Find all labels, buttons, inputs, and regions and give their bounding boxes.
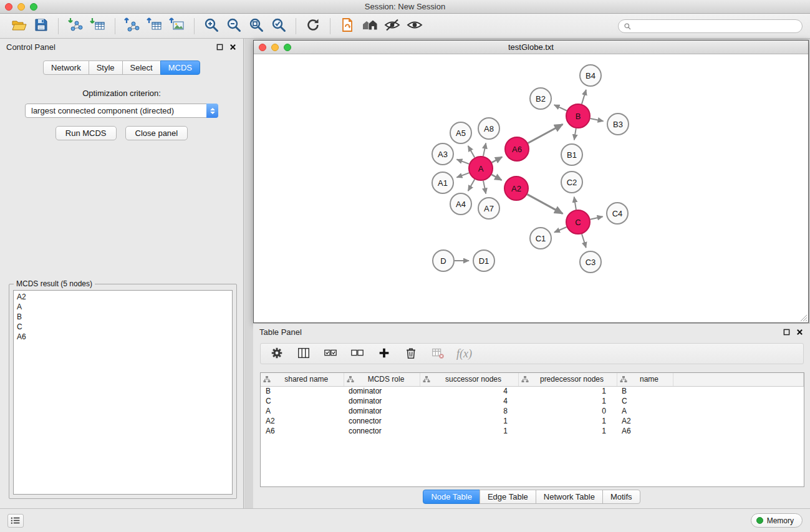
cell[interactable]: dominator xyxy=(344,386,420,396)
open-file-button[interactable] xyxy=(7,16,30,36)
show-columns-button[interactable] xyxy=(296,346,312,362)
node-C1[interactable]: C1 xyxy=(530,228,551,249)
export-table-button[interactable] xyxy=(143,16,166,36)
table-row[interactable]: A6connector11A6 xyxy=(261,426,804,436)
hide-graphics-details-button[interactable] xyxy=(381,16,403,36)
cell[interactable]: 1 xyxy=(420,416,518,426)
save-session-button[interactable] xyxy=(30,16,52,36)
cell[interactable]: 1 xyxy=(518,426,617,436)
table-settings-button[interactable] xyxy=(269,346,285,362)
tab-motifs[interactable]: Motifs xyxy=(602,490,640,504)
node-A7[interactable]: A7 xyxy=(478,198,499,219)
network-minimize-button[interactable] xyxy=(271,44,279,51)
node-A5[interactable]: A5 xyxy=(450,122,471,143)
node-A1[interactable]: A1 xyxy=(432,172,453,193)
cell[interactable]: C xyxy=(617,396,673,406)
cell[interactable]: A2 xyxy=(617,416,673,426)
close-table-panel-button[interactable] xyxy=(795,327,804,336)
edge-B-B3[interactable] xyxy=(591,118,604,121)
mcds-result-item[interactable]: A6 xyxy=(14,332,232,342)
node-B4[interactable]: B4 xyxy=(580,65,601,86)
cell[interactable]: connector xyxy=(344,416,420,426)
cell[interactable]: B xyxy=(261,386,344,396)
zoom-selected-button[interactable] xyxy=(268,16,290,36)
home-view-button[interactable] xyxy=(359,16,381,36)
cell[interactable]: A2 xyxy=(261,416,344,426)
table-row[interactable]: Bdominator41B xyxy=(261,386,804,396)
column-header-MCDS-role[interactable]: MCDS role xyxy=(344,373,420,386)
add-row-button[interactable] xyxy=(376,346,392,362)
edge-A-A8[interactable] xyxy=(483,143,486,157)
cell[interactable]: A xyxy=(261,406,344,416)
mcds-result-item[interactable]: B xyxy=(14,312,232,322)
node-A3[interactable]: A3 xyxy=(432,143,453,165)
tab-style[interactable]: Style xyxy=(89,60,123,75)
column-header-successor-nodes[interactable]: successor nodes xyxy=(420,373,518,386)
table-row[interactable]: Adominator80A xyxy=(261,406,804,416)
float-table-panel-button[interactable] xyxy=(782,327,791,336)
memory-button[interactable]: Memory xyxy=(751,513,803,528)
cell[interactable]: dominator xyxy=(344,406,420,416)
close-control-panel-button[interactable] xyxy=(228,42,237,51)
cell[interactable]: 1 xyxy=(518,396,617,406)
zoom-window-button[interactable] xyxy=(30,3,37,11)
cell[interactable]: connector xyxy=(344,426,420,436)
select-all-rows-button[interactable] xyxy=(322,346,339,362)
node-A8[interactable]: A8 xyxy=(478,118,499,139)
cell[interactable]: A6 xyxy=(617,426,673,436)
zoom-out-button[interactable] xyxy=(223,16,245,36)
apply-function-button[interactable]: f(x) xyxy=(456,347,472,360)
edge-A2-C[interactable] xyxy=(528,195,563,214)
cell[interactable]: 4 xyxy=(420,396,518,406)
node-B1[interactable]: B1 xyxy=(561,144,582,165)
export-image-button[interactable] xyxy=(166,16,188,36)
cell[interactable]: A6 xyxy=(261,426,344,436)
cell[interactable]: C xyxy=(261,396,344,406)
node-A2[interactable]: A2 xyxy=(504,177,528,200)
zoom-in-button[interactable] xyxy=(200,16,223,36)
network-canvas[interactable]: B4B2BB3A5A8A6A3B1AA1C2A2A4A7C4CC1C3DD1 xyxy=(254,55,808,322)
tab-node-table[interactable]: Node Table xyxy=(423,490,480,504)
window-titlebar[interactable]: Session: New Session xyxy=(0,0,810,14)
edge-C-C4[interactable] xyxy=(591,216,603,220)
show-graphics-details-button[interactable] xyxy=(403,16,426,36)
delete-table-button[interactable] xyxy=(430,346,446,362)
node-A6[interactable]: A6 xyxy=(505,137,529,161)
float-panel-button[interactable] xyxy=(215,42,224,51)
cell[interactable]: 0 xyxy=(518,406,617,416)
node-B3[interactable]: B3 xyxy=(607,114,629,135)
optimization-criterion-select[interactable]: largest connected component (directed) xyxy=(25,104,218,118)
node-B[interactable]: B xyxy=(566,104,590,128)
close-window-button[interactable] xyxy=(5,3,12,11)
edge-C-C3[interactable] xyxy=(582,234,586,248)
import-network-button[interactable] xyxy=(64,16,87,36)
resize-grip-icon[interactable] xyxy=(799,313,808,322)
run-mcds-button[interactable]: Run MCDS xyxy=(55,126,117,140)
unselect-all-rows-button[interactable] xyxy=(349,346,365,362)
edge-B-B1[interactable] xyxy=(574,128,576,140)
mcds-result-item[interactable]: A xyxy=(14,302,232,312)
cell[interactable]: 8 xyxy=(420,406,518,416)
tab-network-table[interactable]: Network Table xyxy=(536,490,603,504)
cell[interactable]: 1 xyxy=(518,416,617,426)
tab-edge-table[interactable]: Edge Table xyxy=(480,490,536,504)
edge-A-A6[interactable] xyxy=(492,157,503,163)
node-C3[interactable]: C3 xyxy=(580,251,601,273)
edge-B-B4[interactable] xyxy=(582,90,586,104)
cell[interactable]: 1 xyxy=(420,426,518,436)
cell[interactable]: dominator xyxy=(344,396,420,406)
column-header-predecessor-nodes[interactable]: predecessor nodes xyxy=(518,373,617,386)
network-window-titlebar[interactable]: testGlobe.txt xyxy=(254,41,808,54)
network-close-button[interactable] xyxy=(259,44,266,51)
node-A[interactable]: A xyxy=(469,157,493,180)
table-row[interactable]: A2connector11A2 xyxy=(261,416,804,426)
close-panel-button[interactable]: Close panel xyxy=(125,126,188,140)
edge-C-C2[interactable] xyxy=(574,197,576,210)
edge-A-A3[interactable] xyxy=(457,160,470,164)
search-input[interactable] xyxy=(635,22,797,31)
import-table-button[interactable] xyxy=(87,16,109,36)
column-header-shared-name[interactable]: shared name xyxy=(261,373,344,386)
cell[interactable]: A xyxy=(617,406,673,416)
network-zoom-button[interactable] xyxy=(284,44,291,51)
table-row[interactable]: Cdominator41C xyxy=(261,396,804,406)
